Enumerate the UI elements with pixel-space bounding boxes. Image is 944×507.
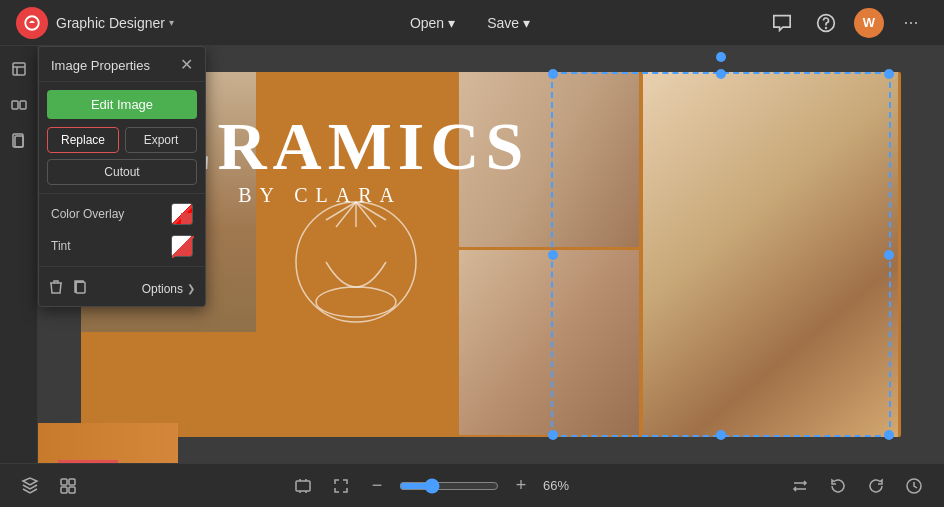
svg-line-16 xyxy=(356,202,386,220)
layers-icon[interactable] xyxy=(16,472,44,500)
tint-swatch[interactable] xyxy=(171,235,193,257)
panel-divider-1 xyxy=(39,193,205,194)
svg-point-11 xyxy=(316,287,396,317)
sidebar-icon-assets[interactable] xyxy=(4,90,34,120)
svg-line-15 xyxy=(326,202,356,220)
options-button[interactable]: Options ❯ xyxy=(142,282,195,296)
app-name-chevron: ▾ xyxy=(169,17,174,28)
sidebar-icon-pages[interactable] xyxy=(4,126,34,156)
color-overlay-row: Color Overlay xyxy=(39,198,205,230)
bottom-bar: − + 66% xyxy=(0,463,944,507)
top-bar-left: Graphic Designer ▾ xyxy=(16,7,174,39)
svg-line-17 xyxy=(172,204,193,225)
svg-rect-20 xyxy=(61,479,67,485)
frame-icon[interactable] xyxy=(289,472,317,500)
svg-line-18 xyxy=(172,236,194,258)
bottom-bar-right xyxy=(786,472,928,500)
cutout-button[interactable]: Cutout xyxy=(47,159,197,185)
tint-row: Tint xyxy=(39,230,205,262)
top-bar-center: Open ▾ Save ▾ xyxy=(398,9,542,37)
handle-rotate[interactable] xyxy=(716,52,726,62)
svg-rect-9 xyxy=(15,136,23,147)
photo-middle xyxy=(459,250,639,435)
svg-rect-21 xyxy=(69,479,75,485)
left-sidebar xyxy=(0,46,38,463)
panel-bottom: Options ❯ xyxy=(39,271,205,306)
open-button[interactable]: Open ▾ xyxy=(398,9,467,37)
panel-close-button[interactable]: ✕ xyxy=(180,57,193,73)
top-bar-right: W xyxy=(766,7,928,39)
edit-image-button[interactable]: Edit Image xyxy=(47,90,197,119)
options-chevron: ❯ xyxy=(187,283,195,294)
history-icon[interactable] xyxy=(900,472,928,500)
svg-rect-23 xyxy=(69,487,75,493)
svg-line-12 xyxy=(336,202,356,227)
svg-rect-19 xyxy=(76,282,85,293)
expand-icon[interactable] xyxy=(327,472,355,500)
svg-rect-7 xyxy=(20,101,26,109)
avatar[interactable]: W xyxy=(854,8,884,38)
app-logo xyxy=(16,7,48,39)
top-bar: Graphic Designer ▾ Open ▾ Save ▾ W xyxy=(0,0,944,46)
color-overlay-label: Color Overlay xyxy=(51,207,124,221)
bottom-bar-center: − + 66% xyxy=(94,472,774,500)
undo-icon[interactable] xyxy=(824,472,852,500)
duplicate-icon[interactable] xyxy=(73,279,87,298)
zoom-in-button[interactable]: + xyxy=(509,474,533,498)
grid-icon[interactable] xyxy=(54,472,82,500)
svg-rect-3 xyxy=(13,63,25,75)
sidebar-icon-layers[interactable] xyxy=(4,54,34,84)
color-overlay-swatch[interactable] xyxy=(171,203,193,225)
redo-icon[interactable] xyxy=(862,472,890,500)
zoom-slider[interactable] xyxy=(399,478,499,494)
panel-btn-row: Replace Export xyxy=(39,127,205,159)
replace-button[interactable]: Replace xyxy=(47,127,119,153)
save-button[interactable]: Save ▾ xyxy=(475,9,542,37)
help-button[interactable] xyxy=(810,7,842,39)
bowl-icon xyxy=(281,172,431,352)
panel-header: Image Properties ✕ xyxy=(39,47,205,82)
svg-rect-24 xyxy=(296,481,310,491)
open-chevron: ▾ xyxy=(448,15,455,31)
swap-icon[interactable] xyxy=(786,472,814,500)
more-button[interactable] xyxy=(896,7,928,39)
save-chevron: ▾ xyxy=(523,15,530,31)
svg-rect-22 xyxy=(61,487,67,493)
zoom-percentage: 66% xyxy=(543,478,579,493)
svg-line-14 xyxy=(356,202,376,227)
svg-point-2 xyxy=(826,27,827,28)
tint-label: Tint xyxy=(51,239,71,253)
panel-title: Image Properties xyxy=(51,58,150,73)
app-name[interactable]: Graphic Designer ▾ xyxy=(56,15,174,31)
image-properties-panel: Image Properties ✕ Edit Image Replace Ex… xyxy=(38,46,206,307)
zoom-out-button[interactable]: − xyxy=(365,474,389,498)
export-button[interactable]: Export xyxy=(125,127,197,153)
comment-button[interactable] xyxy=(766,7,798,39)
panel-divider-2 xyxy=(39,266,205,267)
photo-preview-strip xyxy=(38,423,178,463)
delete-icon[interactable] xyxy=(49,279,63,298)
bottom-bar-left xyxy=(16,472,82,500)
photo-bottom-right xyxy=(643,72,898,437)
svg-rect-6 xyxy=(12,101,18,109)
